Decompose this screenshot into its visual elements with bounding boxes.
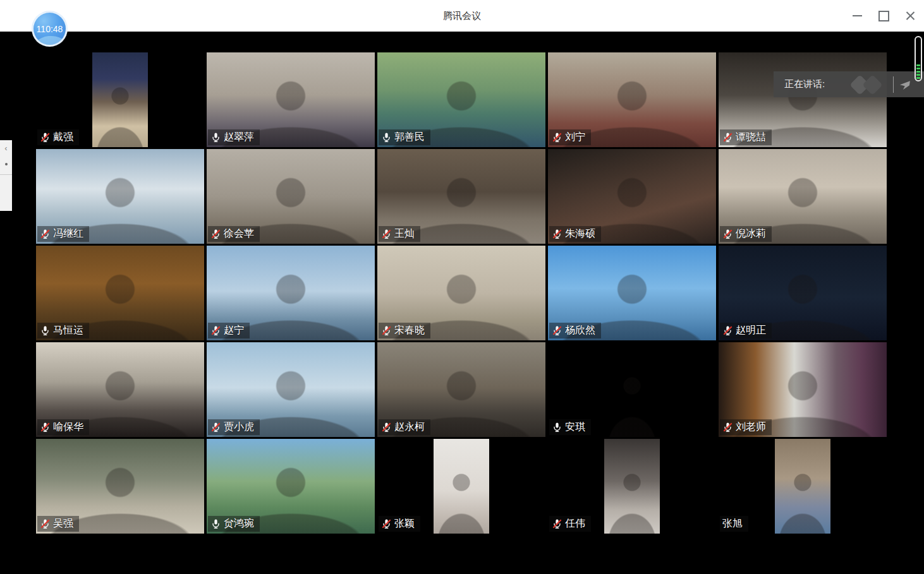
collapsed-side-panel[interactable]: ‹ [0, 140, 12, 211]
participant-tile[interactable]: 刘宁 [548, 52, 716, 147]
participant-name-bar: 刘老师 [720, 419, 772, 435]
participant-name: 贾小虎 [224, 421, 254, 434]
participant-tile[interactable]: 吴强 [36, 439, 204, 534]
participant-name-bar: 喻保华 [37, 419, 89, 435]
chevron-left-icon[interactable]: ‹ [0, 140, 12, 157]
participant-tile[interactable]: 谭骁喆 [719, 52, 887, 147]
minimize-icon [853, 15, 862, 16]
participant-tile[interactable]: 赵明正 [719, 246, 887, 340]
titlebar[interactable]: 腾讯会议 [0, 0, 924, 32]
participant-name: 宋春晓 [394, 324, 425, 337]
person-silhouette [775, 439, 830, 534]
participant-name: 安琪 [565, 421, 585, 434]
participant-tile[interactable]: 任伟 [548, 439, 716, 534]
volume-level-fill [916, 64, 920, 80]
participant-tile[interactable]: 徐会苹 [207, 149, 375, 244]
participant-name-bar: 戴强 [37, 129, 79, 145]
participant-tile[interactable]: 倪冰莉 [719, 149, 887, 244]
participant-tile[interactable]: 冯继红 [36, 149, 204, 244]
participant-name: 戴强 [53, 131, 73, 144]
participant-name-bar: 杨欣然 [549, 323, 601, 338]
meeting-window: 腾讯会议 110:48 ‹ 戴强 [0, 0, 924, 574]
participant-name: 赵翠萍 [224, 131, 254, 144]
participant-name-bar: 徐会苹 [208, 226, 260, 242]
panel-dot-icon [5, 163, 8, 165]
meeting-logo-icon [849, 75, 888, 94]
window-controls [848, 0, 919, 32]
participant-tile[interactable]: 安琪 [548, 342, 716, 437]
participant-video [434, 439, 489, 534]
participant-tile[interactable]: 喻保华 [36, 342, 204, 437]
participant-tile[interactable]: 贾小虎 [207, 342, 375, 437]
participant-tile[interactable]: 宋春晓 [377, 246, 545, 340]
person-silhouette [604, 439, 660, 534]
participant-name-bar: 贾小虎 [208, 419, 260, 435]
video-grid: 戴强 赵翠萍 郭善民 [36, 52, 889, 535]
participant-name-bar: 张旭 [720, 516, 748, 532]
participant-name-bar: 赵永柯 [379, 419, 430, 435]
participant-name-bar: 王灿 [379, 226, 420, 242]
window-title: 腾讯会议 [0, 0, 924, 32]
panel-divider [0, 174, 12, 175]
participant-name-bar: 赵明正 [720, 323, 772, 338]
mic-muted-icon [722, 422, 733, 433]
participant-tile[interactable]: 郭善民 [377, 52, 545, 147]
back-arrow-icon[interactable] [896, 77, 911, 92]
participant-tile[interactable]: 张旭 [719, 439, 887, 534]
mic-muted-icon [40, 518, 51, 529]
participant-tile[interactable]: 贠鸿琬 [207, 439, 375, 534]
participant-name-bar: 冯继红 [37, 226, 89, 242]
participant-tile[interactable]: 王灿 [377, 149, 545, 244]
participant-name: 倪冰莉 [736, 227, 766, 241]
mic-muted-icon [552, 518, 562, 529]
participant-name: 张颖 [394, 517, 415, 530]
participant-name-bar: 郭善民 [379, 129, 430, 145]
participant-name: 冯继红 [53, 227, 83, 241]
mic-muted-icon [552, 229, 562, 239]
person-silhouette [92, 52, 148, 147]
participant-name-bar: 任伟 [549, 516, 591, 532]
banner-divider [893, 76, 894, 93]
person-silhouette [434, 439, 489, 534]
participant-name: 张旭 [722, 517, 743, 530]
participant-tile[interactable]: 马恒运 [36, 246, 204, 340]
participant-tile[interactable]: 戴强 [36, 52, 204, 147]
participant-name: 郭善民 [394, 131, 425, 144]
participant-name-bar: 倪冰莉 [720, 226, 772, 242]
participant-name-bar: 贠鸿琬 [208, 516, 260, 532]
person-silhouette [604, 342, 660, 437]
participant-name: 马恒运 [53, 324, 83, 337]
mic-muted-icon [210, 229, 221, 239]
participant-tile[interactable]: 刘老师 [719, 342, 887, 437]
participant-name: 喻保华 [53, 421, 83, 434]
mic-on-icon [40, 325, 51, 336]
participant-tile[interactable]: 赵翠萍 [207, 52, 375, 147]
participant-tile[interactable]: 赵永柯 [377, 342, 545, 437]
participant-name: 王灿 [394, 227, 415, 241]
minimize-button[interactable] [848, 7, 866, 25]
participant-name: 赵宁 [224, 324, 244, 337]
participant-tile[interactable]: 赵宁 [207, 246, 375, 340]
participant-name: 赵永柯 [394, 421, 425, 434]
mic-muted-icon [381, 422, 392, 433]
participant-name: 贠鸿琬 [224, 517, 254, 530]
participant-name: 任伟 [565, 517, 585, 530]
mic-on-icon [552, 422, 562, 433]
close-button[interactable] [901, 7, 919, 25]
participant-tile[interactable]: 杨欣然 [548, 246, 716, 340]
mic-muted-icon [40, 229, 51, 239]
participant-name: 刘老师 [736, 421, 766, 434]
participant-tile[interactable]: 张颖 [377, 439, 545, 534]
floating-timer-badge[interactable]: 110:48 [32, 11, 68, 47]
participant-name: 刘宁 [565, 131, 585, 144]
maximize-icon [878, 11, 889, 21]
maximize-button[interactable] [875, 7, 892, 25]
participant-name: 赵明正 [736, 324, 766, 337]
mic-muted-icon [722, 229, 733, 239]
mic-muted-icon [210, 422, 221, 433]
participant-name-bar: 宋春晓 [379, 323, 430, 338]
mic-muted-icon [210, 325, 221, 336]
participant-name: 徐会苹 [224, 227, 254, 241]
participant-name-bar: 安琪 [549, 419, 591, 435]
participant-tile[interactable]: 朱海硕 [548, 149, 716, 244]
